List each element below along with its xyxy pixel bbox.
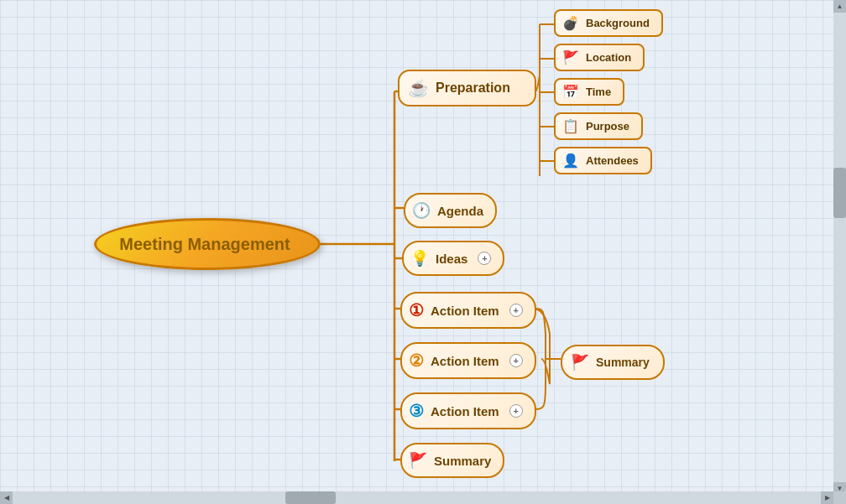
action2-icon: ② xyxy=(409,351,424,371)
location-subnode[interactable]: 🚩 Location xyxy=(554,44,645,71)
location-label: Location xyxy=(586,51,631,64)
scroll-corner xyxy=(833,491,846,504)
agenda-icon: 🕐 xyxy=(412,201,431,220)
action-item-3-label: Action Item xyxy=(431,404,499,418)
action-item-1-label: Action Item xyxy=(431,304,499,318)
agenda-node[interactable]: 🕐 Agenda xyxy=(404,193,497,228)
ideas-expand-btn[interactable]: + xyxy=(478,252,491,265)
horizontal-scrollbar[interactable]: ◀ ▶ xyxy=(0,491,833,504)
preparation-icon: ☕ xyxy=(408,78,429,98)
time-icon: 📅 xyxy=(562,84,579,100)
action1-expand-btn[interactable]: + xyxy=(509,304,523,317)
ideas-icon: 💡 xyxy=(410,249,429,268)
action-item-3-node[interactable]: ③ Action Item + xyxy=(400,392,536,429)
vertical-scrollbar[interactable]: ▲ ▼ xyxy=(833,0,846,495)
ideas-label: Ideas xyxy=(436,252,467,266)
time-subnode[interactable]: 📅 Time xyxy=(554,78,624,106)
preparation-node[interactable]: ☕ Preparation xyxy=(398,70,536,107)
action3-expand-btn[interactable]: + xyxy=(509,404,523,418)
summary-right-label: Summary xyxy=(596,356,650,369)
action-item-2-node[interactable]: ② Action Item + xyxy=(400,342,536,379)
action3-icon: ③ xyxy=(409,401,424,421)
time-label: Time xyxy=(586,86,611,98)
attendees-icon: 👤 xyxy=(562,153,579,169)
scroll-left-arrow[interactable]: ◀ xyxy=(0,491,13,504)
summary-bottom-node[interactable]: 🚩 Summary xyxy=(400,443,504,478)
purpose-icon: 📋 xyxy=(562,118,579,134)
action-item-1-node[interactable]: ① Action Item + xyxy=(400,292,536,329)
background-icon: 💣 xyxy=(562,15,579,31)
vertical-scrollbar-thumb[interactable] xyxy=(833,168,846,218)
action2-expand-btn[interactable]: + xyxy=(509,354,523,367)
preparation-label: Preparation xyxy=(436,81,510,96)
background-label: Background xyxy=(586,17,650,29)
horizontal-scrollbar-thumb[interactable] xyxy=(285,491,336,504)
summary-bottom-icon: 🚩 xyxy=(409,451,427,470)
agenda-label: Agenda xyxy=(437,204,483,218)
scroll-up-arrow[interactable]: ▲ xyxy=(833,0,846,13)
action1-icon: ① xyxy=(409,300,424,320)
scroll-right-arrow[interactable]: ▶ xyxy=(821,491,833,504)
summary-right-node[interactable]: 🚩 Summary xyxy=(561,345,665,380)
location-icon: 🚩 xyxy=(562,49,579,65)
center-node[interactable]: Meeting Management xyxy=(94,218,321,270)
background-subnode[interactable]: 💣 Background xyxy=(554,9,663,37)
center-node-label: Meeting Management xyxy=(119,235,290,254)
attendees-subnode[interactable]: 👤 Attendees xyxy=(554,147,652,174)
purpose-subnode[interactable]: 📋 Purpose xyxy=(554,112,643,140)
action-item-2-label: Action Item xyxy=(431,354,499,368)
attendees-label: Attendees xyxy=(586,154,639,167)
summary-bottom-label: Summary xyxy=(434,454,491,468)
ideas-node[interactable]: 💡 Ideas + xyxy=(402,241,504,276)
purpose-label: Purpose xyxy=(586,120,629,132)
summary-right-icon: 🚩 xyxy=(571,353,589,372)
